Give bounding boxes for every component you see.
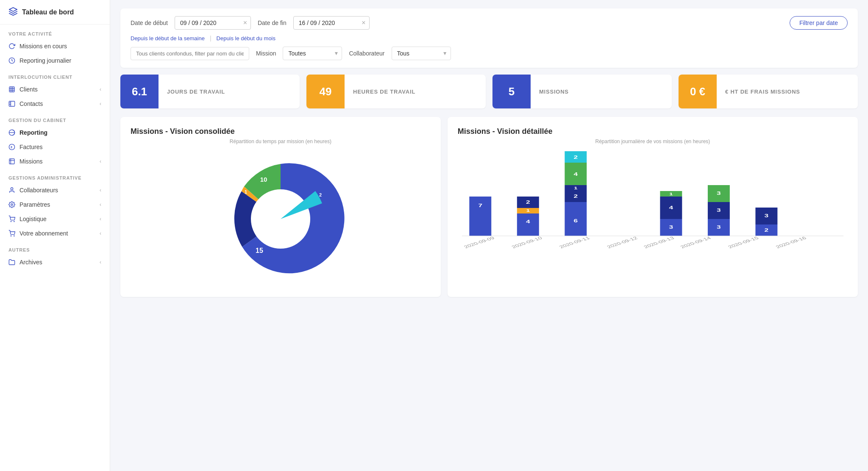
bar-value: 3	[717, 191, 721, 196]
clear-date-fin-icon[interactable]: ×	[362, 19, 365, 27]
svg-point-13	[11, 188, 13, 190]
cart-icon	[8, 230, 15, 237]
bar-chart-svg: 7 4 2 1 6	[462, 151, 843, 253]
kpi-label-missions: MISSIONS	[531, 89, 577, 95]
chart-detailed: Missions - Vision détaillée Répartition …	[448, 117, 858, 297]
sidebar-item-contacts[interactable]: Contacts ‹	[0, 97, 110, 111]
collaborateur-select[interactable]: Tous Collab 1 Collab 2	[392, 47, 451, 60]
sidebar-item-collaborateurs[interactable]: Collaborateurs ‹	[0, 183, 110, 197]
section-label-interlocution: INTERLOCUTION CLIENT	[0, 68, 110, 82]
quick-link-mois[interactable]: Depuis le début du mois	[217, 35, 275, 42]
chevron-left-icon: ‹	[100, 259, 101, 265]
chevron-left-icon: ‹	[100, 187, 101, 193]
section-label-autres: AUTRES	[0, 241, 110, 255]
bar-value: 4	[526, 219, 530, 224]
client-search-input[interactable]	[131, 47, 249, 60]
svg-rect-2	[9, 87, 14, 92]
mission-select[interactable]: Toutes Mission 1 Mission 2	[283, 47, 342, 60]
collaborateur-select-wrap: Tous Collab 1 Collab 2 ▼	[392, 47, 451, 60]
kpi-label-jours-travail: JOURS DE TRAVAIL	[159, 89, 234, 95]
sidebar: Tableau de bord VOTRE ACTIVITÉ Missions …	[0, 0, 110, 471]
bar-value: 1	[574, 186, 578, 191]
chevron-left-icon: ‹	[100, 216, 101, 222]
kpi-label-heures-travail: HEURES DE TRAVAIL	[345, 89, 424, 95]
donut-label-5: 2	[319, 192, 322, 197]
chart-consolidated-title: Missions - Vision consolidée	[131, 127, 431, 136]
date-label: 2020-09-09	[462, 236, 495, 249]
kpi-card-frais-missions: 0 € € HT DE FRAIS MISSIONS	[679, 75, 858, 108]
chart-detailed-subtitle: Répartition journalière de vos missions …	[458, 139, 848, 144]
sidebar-item-label: Contacts	[19, 100, 43, 107]
svg-point-17	[11, 236, 11, 236]
bar-value: 2	[526, 200, 530, 205]
main-content: Date de début 09 / 09 / 2020 × Date de f…	[110, 0, 868, 471]
sidebar-item-label: Logistique	[19, 216, 47, 222]
kpi-label-frais-missions: € HT DE FRAIS MISSIONS	[717, 89, 809, 95]
sidebar-item-label: Reporting	[19, 129, 47, 136]
bar-value: 7	[478, 203, 482, 208]
chevron-left-icon: ‹	[100, 158, 101, 164]
bar-value: 1	[526, 208, 530, 213]
chevron-left-icon: ‹	[100, 230, 101, 236]
date-fin-value: 16 / 09 / 2020	[299, 19, 335, 26]
sidebar-item-missions-en-cours[interactable]: Missions en cours	[0, 39, 110, 53]
bar-value: 2	[573, 155, 578, 160]
bar-value: 3	[669, 225, 673, 230]
bar-value: 2	[573, 194, 578, 199]
sidebar-item-label: Reporting journalier	[19, 57, 71, 64]
contacts-icon	[8, 100, 15, 107]
donut-label-1: 21	[296, 215, 303, 222]
sidebar-item-missions[interactable]: Missions ‹	[0, 154, 110, 169]
date-label: 2020-09-14	[679, 236, 712, 249]
bar-value: 2	[764, 228, 768, 233]
bar-value: 4	[573, 172, 578, 177]
mission-icon	[8, 158, 15, 165]
building-icon	[8, 86, 15, 93]
sidebar-item-archives[interactable]: Archives ‹	[0, 255, 110, 269]
bar-value: 3	[764, 213, 768, 218]
sidebar-item-label: Votre abonnement	[19, 230, 68, 237]
clear-date-debut-icon[interactable]: ×	[243, 19, 247, 27]
kpi-value-heures-travail: 49	[306, 75, 345, 108]
donut-chart-container: 21 15 1 10 2	[131, 151, 431, 287]
svg-point-14	[11, 204, 13, 205]
logistics-icon	[8, 216, 15, 222]
kpi-value-missions: 5	[492, 75, 531, 108]
kpi-card-heures-travail: 49 HEURES DE TRAVAIL	[306, 75, 486, 108]
date-label: 2020-09-11	[558, 236, 591, 249]
sidebar-item-label: Archives	[19, 259, 42, 266]
sidebar-item-parametres[interactable]: Paramètres ‹	[0, 197, 110, 212]
date-label: 2020-09-13	[642, 236, 675, 249]
section-label-cabinet: GESTION DU CABINET	[0, 111, 110, 125]
sidebar-item-factures[interactable]: € Factures	[0, 140, 110, 154]
sidebar-item-clients[interactable]: Clients ‹	[0, 82, 110, 97]
chevron-left-icon: ‹	[100, 202, 101, 208]
sidebar-title: Tableau de bord	[22, 8, 74, 16]
user-icon	[8, 187, 15, 194]
layers-icon	[8, 7, 18, 17]
chart-consolidated-subtitle: Répartition du temps par mission (en heu…	[131, 139, 431, 144]
sidebar-item-votre-abonnement[interactable]: Votre abonnement ‹	[0, 226, 110, 241]
sidebar-item-logistique[interactable]: Logistique ‹	[0, 212, 110, 226]
date-debut-input[interactable]: 09 / 09 / 2020 ×	[175, 16, 251, 30]
filtrer-par-date-button[interactable]: Filtrer par date	[790, 16, 848, 30]
quick-link-semaine[interactable]: Depuis le début de la semaine	[131, 35, 205, 42]
bar-value: 6	[573, 219, 578, 223]
sidebar-item-label: Collaborateurs	[19, 187, 58, 194]
svg-point-16	[14, 221, 14, 222]
clock-icon	[8, 57, 15, 64]
sidebar-item-reporting[interactable]: Reporting	[0, 125, 110, 140]
refresh-icon	[8, 43, 15, 50]
date-debut-value: 09 / 09 / 2020	[180, 19, 217, 26]
date-label: 2020-09-12	[606, 236, 639, 249]
bar-segment	[469, 197, 491, 236]
chart-detailed-title: Missions - Vision détaillée	[458, 127, 848, 136]
bar-value: 3	[717, 208, 721, 213]
filter-bar: Date de début 09 / 09 / 2020 × Date de f…	[120, 8, 858, 68]
sidebar-item-label: Factures	[19, 144, 42, 150]
date-fin-input[interactable]: 16 / 09 / 2020 ×	[293, 16, 370, 30]
section-label-activite: VOTRE ACTIVITÉ	[0, 25, 110, 39]
collaborateur-label: Collaborateur	[349, 50, 384, 57]
sidebar-item-label: Missions en cours	[19, 43, 67, 50]
sidebar-item-reporting-journalier[interactable]: Reporting journalier	[0, 53, 110, 68]
